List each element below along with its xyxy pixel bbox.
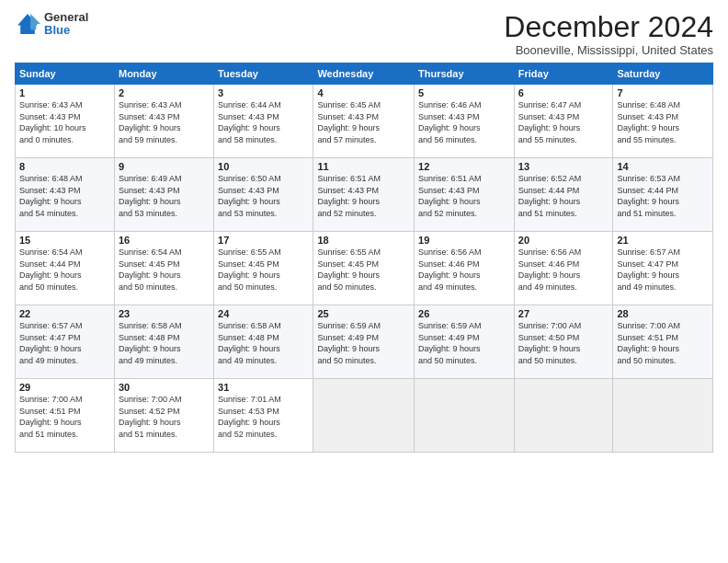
location-label: Booneville, Mississippi, United States <box>504 43 713 57</box>
day-21: 21 Sunrise: 6:57 AMSunset: 4:47 PMDaylig… <box>613 232 713 305</box>
header-wednesday: Wednesday <box>313 63 415 85</box>
empty-cell <box>415 379 515 453</box>
day-12: 12 Sunrise: 6:51 AMSunset: 4:43 PMDaylig… <box>415 158 515 232</box>
day-15: 15 Sunrise: 6:54 AMSunset: 4:44 PMDaylig… <box>16 232 115 305</box>
day-27: 27 Sunrise: 7:00 AMSunset: 4:50 PMDaylig… <box>514 305 613 379</box>
logo-general-label: General <box>44 11 88 24</box>
day-17: 17 Sunrise: 6:55 AMSunset: 4:45 PMDaylig… <box>214 232 313 305</box>
day-3: 3 Sunrise: 6:44 AMSunset: 4:43 PMDayligh… <box>214 85 313 158</box>
day-30: 30 Sunrise: 7:00 AMSunset: 4:52 PMDaylig… <box>114 379 213 453</box>
header-tuesday: Tuesday <box>214 63 313 85</box>
day-16: 16 Sunrise: 6:54 AMSunset: 4:45 PMDaylig… <box>114 232 213 305</box>
header-saturday: Saturday <box>613 63 713 85</box>
empty-cell <box>514 379 613 453</box>
day-25: 25 Sunrise: 6:59 AMSunset: 4:49 PMDaylig… <box>313 305 415 379</box>
calendar-page: General Blue December 2024 Booneville, M… <box>0 0 728 563</box>
day-26: 26 Sunrise: 6:59 AMSunset: 4:49 PMDaylig… <box>415 305 515 379</box>
empty-cell <box>313 379 415 453</box>
weekday-header-row: Sunday Monday Tuesday Wednesday Thursday… <box>16 63 713 85</box>
day-9: 9 Sunrise: 6:49 AMSunset: 4:43 PMDayligh… <box>114 158 213 232</box>
day-13: 13 Sunrise: 6:52 AMSunset: 4:44 PMDaylig… <box>514 158 613 232</box>
day-4: 4 Sunrise: 6:45 AMSunset: 4:43 PMDayligh… <box>313 85 415 158</box>
day-10: 10 Sunrise: 6:50 AMSunset: 4:43 PMDaylig… <box>214 158 313 232</box>
day-23: 23 Sunrise: 6:58 AMSunset: 4:48 PMDaylig… <box>114 305 213 379</box>
day-1: 1 Sunrise: 6:43 AMSunset: 4:43 PMDayligh… <box>16 85 115 158</box>
logo-icon <box>15 11 40 37</box>
title-section: December 2024 Booneville, Mississippi, U… <box>504 11 713 57</box>
day-11: 11 Sunrise: 6:51 AMSunset: 4:43 PMDaylig… <box>313 158 415 232</box>
day-31: 31 Sunrise: 7:01 AMSunset: 4:53 PMDaylig… <box>214 379 313 453</box>
day-8: 8 Sunrise: 6:48 AMSunset: 4:43 PMDayligh… <box>16 158 115 232</box>
day-5: 5 Sunrise: 6:46 AMSunset: 4:43 PMDayligh… <box>415 85 515 158</box>
table-row: 22 Sunrise: 6:57 AMSunset: 4:47 PMDaylig… <box>16 305 713 379</box>
day-29: 29 Sunrise: 7:00 AMSunset: 4:51 PMDaylig… <box>16 379 115 453</box>
day-22: 22 Sunrise: 6:57 AMSunset: 4:47 PMDaylig… <box>16 305 115 379</box>
logo-text: General Blue <box>44 11 88 38</box>
header: General Blue December 2024 Booneville, M… <box>15 11 713 57</box>
day-6: 6 Sunrise: 6:47 AMSunset: 4:43 PMDayligh… <box>514 85 613 158</box>
day-28: 28 Sunrise: 7:00 AMSunset: 4:51 PMDaylig… <box>613 305 713 379</box>
header-sunday: Sunday <box>16 63 115 85</box>
month-title: December 2024 <box>504 11 713 43</box>
empty-cell <box>613 379 713 453</box>
day-24: 24 Sunrise: 6:58 AMSunset: 4:48 PMDaylig… <box>214 305 313 379</box>
logo-blue-label: Blue <box>44 24 88 37</box>
table-row: 8 Sunrise: 6:48 AMSunset: 4:43 PMDayligh… <box>16 158 713 232</box>
header-monday: Monday <box>114 63 213 85</box>
day-20: 20 Sunrise: 6:56 AMSunset: 4:46 PMDaylig… <box>514 232 613 305</box>
day-18: 18 Sunrise: 6:55 AMSunset: 4:45 PMDaylig… <box>313 232 415 305</box>
header-friday: Friday <box>514 63 613 85</box>
day-7: 7 Sunrise: 6:48 AMSunset: 4:43 PMDayligh… <box>613 85 713 158</box>
table-row: 29 Sunrise: 7:00 AMSunset: 4:51 PMDaylig… <box>16 379 713 453</box>
header-thursday: Thursday <box>415 63 515 85</box>
day-14: 14 Sunrise: 6:53 AMSunset: 4:44 PMDaylig… <box>613 158 713 232</box>
day-2: 2 Sunrise: 6:43 AMSunset: 4:43 PMDayligh… <box>114 85 213 158</box>
logo: General Blue <box>15 11 88 38</box>
day-19: 19 Sunrise: 6:56 AMSunset: 4:46 PMDaylig… <box>415 232 515 305</box>
table-row: 15 Sunrise: 6:54 AMSunset: 4:44 PMDaylig… <box>16 232 713 305</box>
table-row: 1 Sunrise: 6:43 AMSunset: 4:43 PMDayligh… <box>16 85 713 158</box>
calendar-table: Sunday Monday Tuesday Wednesday Thursday… <box>15 63 713 453</box>
